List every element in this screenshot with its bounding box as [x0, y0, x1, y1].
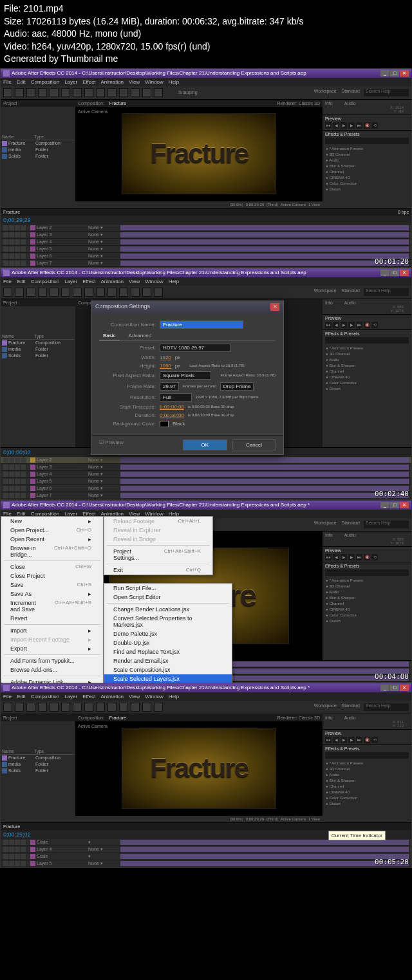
tool[interactable]	[38, 288, 47, 297]
play-button[interactable]: ▶	[341, 122, 347, 129]
project-item[interactable]: FractureComposition	[2, 340, 74, 346]
workspace-dropdown[interactable]: Standard	[342, 89, 360, 97]
effects-search[interactable]	[325, 138, 409, 144]
camera-dropdown[interactable]: Active Camera	[281, 203, 306, 207]
width-input[interactable]: 1920	[160, 355, 171, 360]
effect-category[interactable]: ▸ Blur & Sharpen	[325, 595, 409, 600]
ok-button[interactable]: OK	[183, 439, 228, 450]
effect-category[interactable]: ▸ Distort	[325, 800, 409, 806]
tool[interactable]	[84, 288, 93, 297]
maximize-button[interactable]: □	[390, 70, 399, 77]
effect-category[interactable]: ▸ Blur & Sharpen	[325, 362, 409, 368]
comp-tab[interactable]: Fracture	[109, 101, 126, 106]
menu-item[interactable]: Open Recent▸	[1, 535, 103, 544]
tool[interactable]	[96, 288, 105, 297]
menu-animation[interactable]: Animation	[100, 79, 124, 85]
menu-animation[interactable]: Animation	[100, 694, 124, 699]
effect-category[interactable]: ▸ 3D Channel	[325, 151, 409, 157]
tool[interactable]	[61, 703, 70, 712]
tool[interactable]	[119, 288, 128, 297]
tool[interactable]	[26, 288, 35, 297]
dialog-titlebar[interactable]: Composition Settings ✕	[91, 301, 283, 313]
tool[interactable]	[15, 288, 24, 297]
preview-checkbox[interactable]: Preview	[105, 439, 123, 445]
menu-item[interactable]: New▸	[1, 517, 103, 526]
search-help-input[interactable]: Search Help	[364, 89, 409, 97]
tool[interactable]	[142, 703, 151, 712]
zoom-tool[interactable]	[26, 88, 35, 97]
menu-window[interactable]: Window	[145, 79, 163, 85]
comp-name-input[interactable]	[160, 320, 243, 329]
menu-composition[interactable]: Composition	[31, 79, 59, 85]
layer-row[interactable]: Layer 7None ▾	[1, 260, 411, 267]
resolution-dropdown[interactable]: (Third)	[267, 203, 278, 207]
duration-input[interactable]: 0;00;30;00	[160, 412, 184, 418]
menu-view[interactable]: View	[129, 694, 140, 699]
loop-button[interactable]: ⟲	[371, 122, 378, 129]
effect-category[interactable]: ▸ Distort	[325, 618, 409, 624]
effect-category[interactable]: ▸ Color Correction	[325, 180, 409, 186]
effect-category[interactable]: ▸ * Animation Presets	[325, 760, 409, 766]
project-item[interactable]: mediaFolder	[2, 346, 74, 353]
tool[interactable]	[61, 288, 70, 297]
tool[interactable]	[3, 288, 12, 297]
menu-item[interactable]: Export▸	[1, 644, 103, 653]
menu-effect[interactable]: Effect	[82, 79, 95, 85]
effect-category[interactable]: ▸ 3D Channel	[325, 351, 409, 356]
layer-row[interactable]: Layer 2None ▾	[1, 457, 411, 464]
menu-item[interactable]: Find and Replace Text.jsx	[104, 647, 232, 656]
menu-item[interactable]: Increment and SaveCtrl+Alt+Shift+S	[1, 598, 103, 614]
layer-row[interactable]: Layer 4None ▾	[1, 471, 411, 478]
menu-item[interactable]: Project Settings...Ctrl+Alt+Shift+K	[104, 547, 212, 562]
effect-category[interactable]: ▸ Channel	[325, 783, 409, 789]
menu-item[interactable]: Revert	[1, 614, 103, 623]
menu-item[interactable]: SaveCtrl+S	[1, 580, 103, 589]
framerate-dropdown[interactable]: 29.97	[160, 382, 179, 391]
viewport[interactable]: Active Camera Fracture	[75, 107, 323, 201]
effect-category[interactable]: ▸ Audio	[325, 772, 409, 777]
tool[interactable]	[26, 703, 35, 712]
effect-category[interactable]: ▸ * Animation Presets	[325, 145, 409, 151]
effect-category[interactable]: ▸ Color Correction	[325, 795, 409, 800]
menu-item[interactable]: Change Render Locations.jsx	[104, 605, 232, 614]
col-type[interactable]: Type	[34, 134, 44, 139]
layer-row[interactable]: Scale ▾	[1, 853, 411, 860]
menu-file[interactable]: File	[3, 79, 12, 85]
camera-tool[interactable]	[50, 88, 59, 97]
effect-category[interactable]: ▸ Audio	[325, 356, 409, 362]
effect-category[interactable]: ▸ Distort	[325, 385, 409, 391]
height-input[interactable]: 1080	[160, 363, 171, 369]
hand-tool[interactable]	[15, 88, 24, 97]
layer-row[interactable]: Layer 7None ▾	[1, 492, 411, 499]
menu-effect[interactable]: Effect	[82, 694, 95, 699]
project-item[interactable]: Fracture Composition	[2, 140, 74, 147]
minimize-button[interactable]: _	[380, 270, 389, 276]
project-item[interactable]: media Folder	[2, 147, 74, 153]
last-frame-button[interactable]: ⏭	[356, 122, 362, 129]
audio-tab[interactable]: Audio	[344, 101, 356, 106]
menu-composition[interactable]: Composition	[31, 279, 59, 284]
menu-item[interactable]: Browse Add-ons...	[1, 665, 103, 674]
preview-tab[interactable]: Preview	[325, 116, 409, 121]
start-tc-input[interactable]: 0;00;00;00	[160, 404, 184, 410]
tool[interactable]	[3, 703, 12, 712]
menu-item[interactable]: Render and Email.jsx	[104, 656, 232, 665]
comp-canvas[interactable]: Fracture	[122, 113, 276, 194]
project-item[interactable]: FractureComposition	[2, 755, 74, 761]
menu-item[interactable]: Run Script File...	[104, 584, 232, 593]
menu-help[interactable]: Help	[169, 694, 179, 699]
menu-item[interactable]: Open Project...Ctrl+O	[1, 526, 103, 535]
menu-animation[interactable]: Animation	[100, 279, 124, 284]
effect-category[interactable]: ▸ Channel	[325, 600, 409, 606]
menu-edit[interactable]: Edit	[17, 79, 26, 85]
mute-button[interactable]: 🔇	[364, 122, 370, 129]
tool[interactable]	[142, 288, 151, 297]
menu-window[interactable]: Window	[145, 694, 163, 699]
menu-edit[interactable]: Edit	[17, 694, 26, 699]
close-button[interactable]: ✕	[400, 70, 409, 77]
menu-item[interactable]: Scale Selected Layers.jsx	[104, 674, 232, 683]
effects-tab[interactable]: Effects & Presets	[325, 132, 409, 136]
puppet-tool[interactable]	[154, 88, 163, 97]
tool[interactable]	[131, 703, 140, 712]
project-tab[interactable]: Project	[1, 100, 75, 107]
